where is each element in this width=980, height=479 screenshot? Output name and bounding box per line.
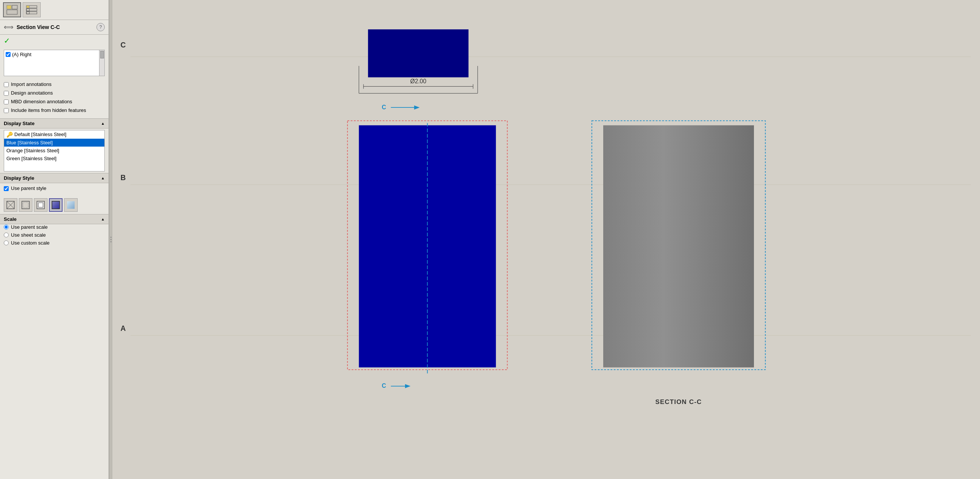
canvas-svg: C B A Ø2.00 C [112,0,980,479]
toolbar [0,0,108,20]
svg-rect-4 [26,6,29,8]
scrollbar[interactable] [99,50,104,76]
dimension-label: Ø2.00 [410,78,426,84]
display-style-header[interactable]: Display Style ▲ [0,173,108,183]
row-label-a: A [121,324,126,333]
state-orange-label: Orange [Stainless Steel] [6,148,59,153]
use-sheet-scale-radio[interactable] [4,232,9,237]
svg-rect-19 [67,201,75,209]
use-parent-style-item: Use parent style [4,185,105,192]
svg-rect-37 [603,125,754,367]
svg-rect-17 [52,201,59,209]
state-green[interactable]: Green [Stainless Steel] [4,154,104,162]
import-annotations-checkbox[interactable] [4,82,9,87]
use-custom-scale-item: Use custom scale [4,240,105,246]
use-parent-scale-item: Use parent scale [4,224,105,230]
wireframe-button[interactable] [4,198,18,212]
scale-collapse-icon: ▲ [101,217,105,221]
hidden-lines-visible-button[interactable] [19,198,32,212]
confirm-checkmark[interactable]: ✓ [0,35,108,47]
design-annotations-checkbox[interactable] [4,91,9,96]
svg-rect-24 [368,29,469,77]
left-panel: ⟺ Section View C-C ? ✓ (A) Right Import … [0,0,109,479]
shaded-with-edges-button[interactable] [49,198,62,212]
state-blue[interactable]: Blue [Stainless Steel] [4,139,104,146]
state-default-label: Default [Stainless Steel] [14,132,66,137]
key-icon: 🔑 [6,132,13,138]
row-label-c: C [121,41,126,49]
view-checkbox[interactable] [6,52,11,57]
use-sheet-scale-radio-label: Use sheet scale [11,232,46,238]
scale-header[interactable]: Scale ▲ [0,214,108,224]
scrollbar-thumb[interactable] [100,51,104,59]
collapse-arrow-icon: ▲ [101,121,105,126]
use-custom-scale-radio-label: Use custom scale [11,240,50,246]
import-annotations-item: Import annotations [4,81,105,88]
mbd-annotations-label: MBD dimension annotations [11,99,72,105]
row-label-b: B [121,173,126,181]
main-canvas: C B A Ø2.00 C [112,0,980,479]
svg-rect-7 [26,12,37,14]
section-icon: ⟺ [4,23,14,31]
state-default[interactable]: 🔑 Default [Stainless Steel] [4,130,104,139]
layout-view-button[interactable] [3,2,21,18]
use-sheet-scale-item: Use sheet scale [4,232,105,238]
view-select-item[interactable]: (A) Right [6,52,103,57]
display-style-label: Display Style [4,175,34,181]
hidden-lines-removed-button[interactable] [34,198,48,212]
panel-title: Section View C-C [17,24,94,30]
import-annotations-label: Import annotations [11,81,52,88]
use-parent-style-group: Use parent style [0,183,108,196]
use-parent-scale-radio[interactable] [4,224,9,229]
use-parent-style-checkbox[interactable] [4,186,9,191]
state-blue-label: Blue [Stainless Steel] [6,140,53,145]
display-state-list: 🔑 Default [Stainless Steel] Blue [Stainl… [4,130,105,172]
svg-text:C: C [382,104,386,110]
display-state-label: Display State [4,121,35,126]
display-style-collapse-icon: ▲ [101,176,105,180]
section-label: SECTION C-C [655,398,702,406]
svg-rect-20 [112,34,980,445]
design-annotations-item: Design annotations [4,90,105,97]
drawing-area: C B A Ø2.00 C [112,0,980,479]
resize-dot-3 [110,241,111,242]
state-orange[interactable]: Orange [Stainless Steel] [4,146,104,154]
svg-text:C: C [382,382,386,389]
svg-rect-15 [38,203,43,207]
include-items-item: Include items from hidden features [4,107,105,114]
resize-dots [110,237,111,242]
use-parent-scale-radio-label: Use parent scale [11,224,48,230]
svg-rect-6 [26,9,29,11]
section-header: ⟺ Section View C-C ? [0,20,108,35]
use-parent-style-label: Use parent style [11,185,46,192]
mbd-annotations-item: MBD dimension annotations [4,99,105,105]
svg-rect-8 [26,12,29,14]
resize-dot-1 [110,237,111,238]
include-items-label: Include items from hidden features [11,107,86,114]
resize-dot-2 [110,239,111,240]
mbd-annotations-checkbox[interactable] [4,100,9,104]
scale-section: Use parent scale Use sheet scale Use cus… [0,224,108,252]
scale-label: Scale [4,216,17,222]
display-state-header[interactable]: Display State ▲ [0,118,108,129]
list-view-button[interactable] [22,2,41,18]
view-selection-box: (A) Right [4,50,105,76]
svg-rect-0 [7,5,11,9]
use-custom-scale-radio[interactable] [4,240,9,245]
checkbox-group: Import annotations Design annotations MB… [0,79,108,118]
resize-handle[interactable] [109,0,112,479]
view-label: (A) Right [12,52,31,57]
shaded-button[interactable] [64,198,78,212]
svg-rect-5 [26,9,37,11]
svg-rect-2 [7,10,18,14]
state-green-label: Green [Stainless Steel] [6,156,57,161]
design-annotations-label: Design annotations [11,90,53,97]
svg-rect-1 [12,5,18,9]
svg-rect-13 [23,202,28,208]
help-button[interactable]: ? [97,23,105,31]
style-buttons-group [0,196,108,214]
include-items-checkbox[interactable] [4,108,9,113]
